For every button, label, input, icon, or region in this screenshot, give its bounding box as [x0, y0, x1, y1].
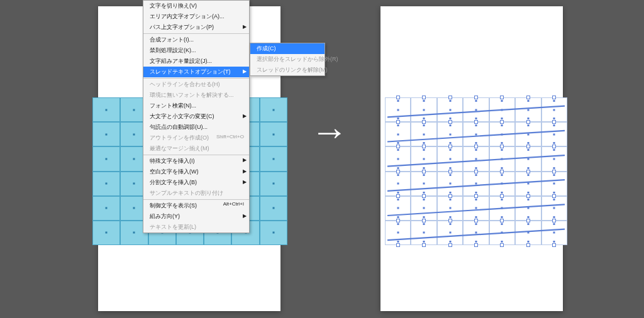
threaded-cell[interactable] — [463, 221, 489, 245]
threaded-cell[interactable] — [515, 221, 541, 245]
threaded-cell[interactable] — [463, 97, 489, 122]
threaded-cell[interactable] — [463, 146, 489, 171]
threaded-cell[interactable] — [541, 122, 567, 146]
threaded-cell[interactable] — [541, 221, 567, 245]
submenu-arrow-icon: ▶ — [243, 157, 247, 163]
threaded-cell[interactable] — [463, 122, 489, 146]
menu-shortcut: Alt+Ctrl+I — [223, 201, 244, 207]
threaded-cell[interactable] — [489, 97, 515, 122]
menu-item-label: 文字を切り換え(V) — [150, 3, 197, 9]
menu_main-item[interactable]: 制御文字を表示(S)Alt+Ctrl+I — [143, 199, 249, 211]
threaded-cell[interactable] — [489, 221, 515, 245]
threaded-cell[interactable] — [515, 146, 541, 171]
menu_main-item[interactable]: 特殊文字を挿入(I)▶ — [143, 155, 249, 167]
threaded-cell[interactable] — [411, 146, 436, 171]
menu-item-label: スレッドのリンクを解除(M) — [257, 67, 328, 73]
threaded-cell[interactable] — [489, 172, 515, 196]
menu_main-item[interactable]: 文字を切り換え(V) — [143, 1, 249, 11]
threaded-cell[interactable] — [437, 122, 463, 146]
submenu-arrow-icon: ▶ — [243, 168, 247, 174]
threaded-cell[interactable] — [437, 97, 463, 122]
grid-cell[interactable] — [260, 122, 287, 146]
threaded-cell[interactable] — [489, 146, 515, 171]
menu_main-item[interactable]: スレッドテキストオプション(T)▶ — [143, 67, 249, 77]
submenu-arrow-icon: ▶ — [243, 213, 247, 219]
threaded-cell[interactable] — [385, 196, 411, 221]
menu-item-label: 環境に無いフォントを解決する... — [150, 92, 234, 98]
threaded-cell[interactable] — [437, 196, 463, 221]
grid-cell[interactable] — [260, 97, 287, 122]
grid-cell[interactable] — [92, 221, 120, 245]
threaded-cell[interactable] — [385, 221, 411, 245]
menu_main-item[interactable]: 分割文字を挿入(B)▶ — [143, 177, 249, 188]
grid-cell[interactable] — [260, 172, 287, 196]
menu_main-item[interactable]: エリア内文字オプション(A)... — [143, 11, 249, 22]
submenu-thread-text-options[interactable]: 作成(C)選択部分をスレッドから除外(R)スレッドのリンクを解除(M) — [250, 43, 325, 76]
menu_main-item[interactable]: パス上文字オプション(P)▶ — [143, 22, 249, 33]
menu_sub-item[interactable]: 作成(C) — [250, 43, 325, 54]
submenu-arrow-icon: ▶ — [243, 69, 247, 74]
threaded-cell[interactable] — [411, 122, 436, 146]
threaded-cell[interactable] — [411, 221, 436, 245]
threaded-cell[interactable] — [385, 97, 411, 122]
threaded-cell[interactable] — [385, 122, 411, 146]
menu_main-item[interactable]: 禁則処理設定(K)... — [143, 45, 249, 56]
grid-cell[interactable] — [92, 196, 120, 221]
threaded-cell[interactable] — [437, 146, 463, 171]
grid-cell[interactable] — [92, 146, 120, 171]
grid-cell[interactable] — [92, 122, 120, 146]
grid-cell[interactable] — [260, 221, 287, 245]
threaded-cell[interactable] — [541, 196, 567, 221]
menu_main-item[interactable]: 空白文字を挿入(W)▶ — [143, 167, 249, 177]
context-menu-type[interactable]: 文字を切り換え(V)エリア内文字オプション(A)...パス上文字オプション(P)… — [143, 0, 250, 233]
menu_main-item[interactable]: フォント検索(N)... — [143, 101, 249, 111]
text-frame-grid-threaded[interactable] — [385, 97, 567, 245]
menu-item-label: 句読点の自動調節(U)... — [150, 124, 208, 130]
menu-item-label: フォント検索(N)... — [150, 102, 196, 109]
menu_main-item[interactable]: 大文字と小文字の変更(C)▶ — [143, 111, 249, 122]
menu_main-item[interactable]: 組み方向(Y)▶ — [143, 211, 249, 222]
threaded-cell[interactable] — [541, 97, 567, 122]
menu-item-label: 選択部分をスレッドから除外(R) — [257, 56, 338, 62]
menu-item-label: 最適なマージン揃え(M) — [150, 145, 209, 151]
menu-item-label: アウトラインを作成(O) — [150, 134, 209, 141]
submenu-arrow-icon: ▶ — [243, 179, 247, 185]
grid-cell[interactable] — [260, 146, 287, 171]
menu_sub-item: 選択部分をスレッドから除外(R) — [250, 54, 325, 65]
threaded-cell[interactable] — [463, 172, 489, 196]
menu_main-item: 環境に無いフォントを解決する... — [143, 90, 249, 101]
threaded-cell[interactable] — [515, 196, 541, 221]
menu_sub-item: スレッドのリンクを解除(M) — [250, 65, 325, 75]
threaded-cell[interactable] — [385, 146, 411, 171]
threaded-cell[interactable] — [411, 172, 436, 196]
menu-item-label: スレッドテキストオプション(T) — [150, 69, 231, 75]
menu-item-label: ヘッドラインを合わせる(H) — [150, 81, 220, 87]
threaded-cell[interactable] — [437, 221, 463, 245]
threaded-cell[interactable] — [411, 97, 436, 122]
menu_main-item: アウトラインを作成(O)Shift+Ctrl+O — [143, 133, 249, 143]
menu_main-item[interactable]: 文字組みアキ量設定(J)... — [143, 56, 249, 67]
threaded-cell[interactable] — [385, 172, 411, 196]
menu_main-item: テキストを更新(L) — [143, 222, 249, 233]
threaded-cell[interactable] — [489, 122, 515, 146]
threaded-cell[interactable] — [411, 196, 436, 221]
grid-cell[interactable] — [92, 97, 120, 122]
menu_main-item[interactable]: 合成フォント(I)... — [143, 33, 249, 45]
threaded-cell[interactable] — [515, 97, 541, 122]
submenu-arrow-icon: ▶ — [243, 113, 247, 119]
threaded-cell[interactable] — [515, 122, 541, 146]
grid-cell[interactable] — [260, 196, 287, 221]
menu_main-item: ヘッドラインを合わせる(H) — [143, 78, 249, 90]
menu-item-label: 作成(C) — [257, 45, 276, 52]
threaded-cell[interactable] — [463, 196, 489, 221]
threaded-cell[interactable] — [437, 172, 463, 196]
menu-shortcut: Shift+Ctrl+O — [216, 134, 244, 140]
menu-item-label: 組み方向(Y) — [150, 213, 180, 219]
threaded-cell[interactable] — [541, 172, 567, 196]
threaded-cell[interactable] — [541, 146, 567, 171]
menu-item-label: 特殊文字を挿入(I) — [150, 158, 195, 164]
threaded-cell[interactable] — [489, 196, 515, 221]
menu_main-item[interactable]: 句読点の自動調節(U)... — [143, 122, 249, 133]
threaded-cell[interactable] — [515, 172, 541, 196]
grid-cell[interactable] — [92, 172, 120, 196]
